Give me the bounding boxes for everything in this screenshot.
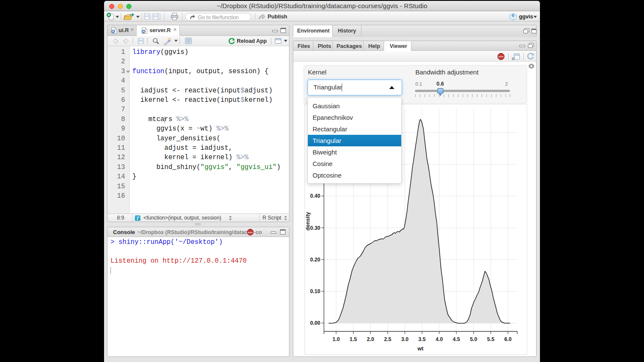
- svg-text:4.5: 4.5: [453, 336, 460, 342]
- svg-text:6.0: 6.0: [504, 336, 512, 342]
- svg-text:5.5: 5.5: [487, 336, 495, 342]
- svg-text:1.5: 1.5: [350, 336, 357, 342]
- svg-text:R: R: [512, 14, 515, 18]
- svg-text:R: R: [112, 30, 115, 33]
- svg-text:5.0: 5.0: [470, 336, 477, 342]
- svg-text:0.00: 0.00: [310, 320, 320, 326]
- svg-text:1.0: 1.0: [333, 336, 340, 342]
- svg-text:0.40: 0.40: [310, 193, 320, 199]
- svg-text:wt: wt: [417, 346, 424, 352]
- svg-text:density: density: [305, 212, 311, 230]
- svg-text:4.0: 4.0: [435, 336, 443, 342]
- svg-text:0.20: 0.20: [310, 257, 320, 263]
- svg-text:0.30: 0.30: [310, 225, 320, 231]
- svg-text:2.0: 2.0: [367, 336, 374, 342]
- svg-text:3.5: 3.5: [418, 336, 426, 342]
- svg-text:R: R: [143, 30, 145, 33]
- svg-text:0.10: 0.10: [310, 288, 320, 294]
- svg-text:3.0: 3.0: [401, 336, 408, 342]
- svg-text:STOP: STOP: [248, 231, 253, 234]
- svg-text:STOP: STOP: [498, 56, 504, 58]
- svg-text:2.5: 2.5: [384, 336, 391, 342]
